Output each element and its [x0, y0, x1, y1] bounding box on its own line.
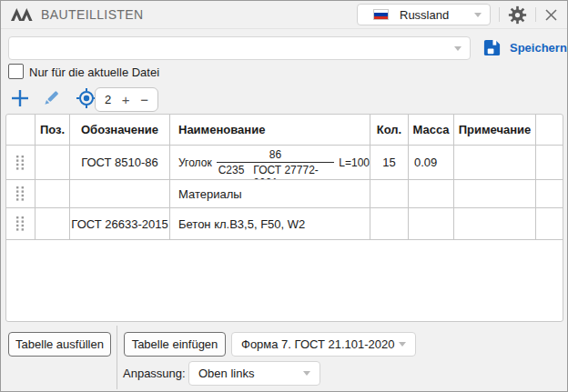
cell-qty[interactable]: 15 [370, 146, 409, 180]
cell-qty[interactable] [370, 208, 409, 240]
table-row: ГОСТ 8510-86 Уголок 25x16x3 ГОСТ 8510-86… [6, 146, 563, 180]
cell-designation[interactable]: ГОСТ 26633-2015 [70, 208, 170, 240]
name-fraction: 25x16x3 ГОСТ 8510-86 С235 ГОСТ 27772-202… [217, 146, 335, 180]
name-prefix: Уголок [178, 156, 212, 169]
language-select[interactable]: Russland [357, 4, 491, 25]
settings-gear-button[interactable] [508, 5, 527, 25]
cell-mass[interactable] [409, 208, 454, 240]
header-name: Наименование [170, 115, 370, 146]
cell-mass[interactable]: 0.09 [409, 146, 454, 180]
cell-pos[interactable] [36, 208, 70, 240]
header-qty: Кол. [370, 115, 409, 146]
cell-name[interactable]: Бетон кл.В3,5, F50, W2 [170, 208, 370, 240]
chevron-down-icon [303, 371, 310, 376]
cell-name[interactable]: Материалы [170, 180, 370, 208]
cell-name[interactable]: Уголок 25x16x3 ГОСТ 8510-86 С235 ГОСТ 27… [170, 146, 370, 180]
header-mass: Масса [409, 115, 454, 146]
cell-designation[interactable]: ГОСТ 8510-86 [70, 146, 170, 180]
form-select[interactable]: Форма 7. ГОСТ 21.101-2020 [231, 332, 416, 357]
language-select-value: Russland [400, 8, 449, 22]
stepper-value: 2 [105, 93, 111, 106]
chevron-down-icon [474, 13, 482, 17]
divider [535, 7, 536, 22]
fill-table-button[interactable]: Tabelle ausfüllen [8, 332, 111, 357]
save-button[interactable]: Speichern [482, 38, 567, 57]
add-row-button[interactable] [10, 88, 30, 112]
header-extra-cell [536, 115, 563, 146]
russia-flag-icon [373, 9, 389, 20]
header-handle-cell [6, 115, 36, 146]
table-row: Материалы [6, 180, 563, 208]
close-icon [544, 8, 558, 22]
drag-dots-icon [16, 216, 25, 231]
table-header-row: Поз. Обозначение Наименование Кол. Масса… [6, 115, 563, 146]
cell-pos[interactable] [36, 146, 70, 180]
alignment-select[interactable]: Oben links [188, 361, 320, 386]
cell-qty[interactable] [370, 180, 409, 208]
drag-dots-icon [16, 186, 25, 201]
edit-button[interactable] [41, 88, 61, 112]
title-bar: BAUTEILLISTEN Russland [1, 1, 567, 29]
row-drag-handle[interactable] [6, 146, 36, 180]
close-button[interactable] [544, 8, 558, 22]
chevron-down-icon [399, 342, 406, 347]
fraction-numerator: 25x16x3 ГОСТ 8510-86 [217, 146, 335, 163]
form-select-value: Форма 7. ГОСТ 21.101-2020 [241, 337, 395, 351]
parts-table-panel: Поз. Обозначение Наименование Кол. Масса… [5, 114, 563, 322]
name-suffix: L=100 [339, 156, 370, 169]
denominator-right: ГОСТ 27772-2021 [253, 164, 332, 180]
bauteillisten-window: BAUTEILLISTEN Russland [0, 0, 568, 392]
drag-dots-icon [16, 156, 25, 170]
only-current-file-checkbox[interactable] [8, 64, 24, 79]
page-title: BAUTEILLISTEN [41, 7, 144, 22]
cell-mass[interactable] [409, 180, 454, 208]
fraction-denominator: С235 ГОСТ 27772-2021 [217, 163, 335, 180]
stepper-increase-button[interactable]: + [122, 93, 130, 106]
app-logo-icon [10, 5, 34, 24]
cell-extra[interactable] [536, 180, 563, 208]
alignment-select-value: Oben links [198, 367, 254, 380]
header-note: Примечание [454, 115, 536, 146]
insert-table-button[interactable]: Tabelle einfügen [124, 332, 226, 357]
cell-note[interactable] [454, 146, 536, 180]
row-drag-handle[interactable] [6, 180, 36, 208]
divider [499, 7, 500, 22]
pencil-icon [41, 88, 61, 108]
cell-extra[interactable] [536, 208, 563, 240]
cell-designation[interactable] [70, 180, 170, 208]
quantity-stepper: 2 + − [95, 87, 158, 112]
stepper-decrease-button[interactable]: − [140, 93, 148, 106]
plus-icon [10, 88, 30, 108]
save-floppy-icon [482, 38, 502, 57]
table-row: ГОСТ 26633-2015 Бетон кл.В3,5, F50, W2 [6, 208, 563, 240]
cell-pos[interactable] [36, 180, 70, 208]
cell-note[interactable] [454, 208, 536, 240]
cell-note[interactable] [454, 180, 536, 208]
alignment-label: Anpassung: [123, 367, 186, 380]
header-designation: Обозначение [70, 115, 170, 146]
row-drag-handle[interactable] [6, 208, 36, 240]
header-pos: Поз. [36, 115, 70, 146]
save-button-label: Speichern [510, 41, 567, 55]
only-current-file-label: Nur für die aktuelle Datei [29, 65, 159, 79]
footer-divider [117, 326, 117, 389]
chevron-down-icon [454, 46, 462, 51]
cell-extra[interactable] [536, 146, 563, 180]
file-combobox[interactable] [8, 36, 471, 60]
gear-icon [508, 5, 527, 25]
denominator-left: С235 [218, 164, 245, 180]
